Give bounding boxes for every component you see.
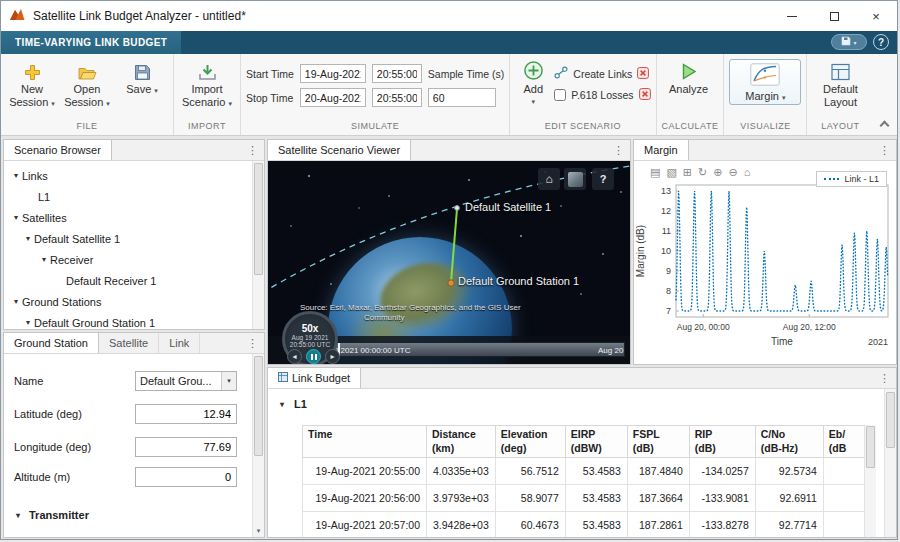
export-icon[interactable]: ▤ [650,166,660,179]
p618-losses-checkbox[interactable] [554,89,566,101]
scrollbar-thumb[interactable] [254,163,263,275]
tab-scenario-browser[interactable]: Scenario Browser [4,140,112,160]
save-button[interactable]: Save ▾ [116,57,168,96]
name-dropdown[interactable]: Default Grou... ▾ [135,371,237,391]
chevron-down-icon: ▾ [228,100,232,107]
scrollbar-thumb[interactable] [866,426,875,468]
zoom-in-icon[interactable]: ⊕ [713,166,722,179]
column-header-eirp[interactable]: EIRP(dBW) [565,426,627,458]
maximize-button[interactable] [813,1,855,31]
tree-item-default-receiver-1[interactable]: Default Receiver 1 [4,270,264,291]
tree-item-satellites[interactable]: ▾Satellites [4,207,264,228]
longitude-field[interactable] [135,437,237,457]
new-session-button[interactable]: New Session ▾ [6,57,58,108]
transmitter-section-header[interactable]: ▾ Transmitter [12,509,89,521]
tree-item-receiver[interactable]: ▾Receiver [4,249,264,270]
tree-item-l1[interactable]: L1 [4,186,264,207]
calculate-section-label: CALCULATE [662,121,719,135]
rotate-icon[interactable]: ↻ [698,166,707,179]
table-row[interactable]: 19-Aug-2021 20:57:003.9428e+0360.467353.… [303,512,866,537]
step-forward-button[interactable]: ▸ [325,349,340,364]
minimize-button[interactable] [771,1,813,31]
column-header-ebno[interactable]: Eb/(dB [823,426,865,458]
toolstrip-collapse-button[interactable] [880,121,890,131]
tab-margin[interactable]: Margin [634,140,689,160]
expander-icon[interactable]: ▾ [38,255,50,264]
ribbon-tab-time-varying-link-budget[interactable]: TIME-VARYING LINK BUDGET [1,31,181,54]
tree-item-ground-stations[interactable]: ▾Ground Stations [4,291,264,312]
stop-time-input[interactable] [372,88,422,107]
start-date-input[interactable] [300,64,366,83]
viewer-help-button[interactable]: ? [592,168,614,190]
open-session-button[interactable]: Open Session ▾ [61,57,113,108]
expander-icon[interactable]: ▾ [12,511,24,520]
margin-chart[interactable]: 78910111213Aug 20, 00:00Aug 20, 12:00Tim… [634,161,896,364]
analyze-button[interactable]: Analyze [662,57,716,96]
help-button[interactable]: ? [873,34,889,50]
panel-menu-icon[interactable]: ⋮ [244,333,261,353]
quick-save-button[interactable]: ▾ [831,34,867,50]
workspace: Scenario Browser ⋮ ▾Links L1 ▾Satellites… [1,136,897,541]
column-header-cno[interactable]: C/No(dB-Hz) [755,426,823,458]
column-header-time[interactable]: Time [303,426,427,458]
altitude-field[interactable] [135,467,237,487]
tab-ground-station[interactable]: Ground Station [4,333,99,353]
tree-item-links[interactable]: ▾Links [4,165,264,186]
properties-scrollbar[interactable]: ▾ [252,354,264,537]
tree-item-default-satellite-1[interactable]: ▾Default Satellite 1 [4,228,264,249]
add-button[interactable]: Add ▾ [515,57,551,106]
panel-menu-icon[interactable]: ⋮ [876,368,893,388]
column-header-distance[interactable]: Distance(km) [427,426,496,458]
scroll-down-arrow-icon[interactable]: ▾ [253,525,264,537]
chart-legend[interactable]: Link - L1 [816,171,887,187]
table-row[interactable]: 19-Aug-2021 20:56:003.9793e+0358.907753.… [303,485,866,512]
timeline-slider[interactable]: Aug 20 2021 00:00:00 UTC Aug 20 12:00:00… [334,342,625,357]
panel-menu-icon[interactable]: ⋮ [244,140,261,160]
column-header-rip[interactable]: RIP(dB) [689,426,755,458]
tab-satellite-scenario-viewer[interactable]: Satellite Scenario Viewer [268,140,411,160]
pause-button[interactable] [306,349,321,364]
scrollbar-thumb[interactable] [886,392,895,448]
table-row[interactable]: 19-Aug-2021 20:55:004.0335e+0356.751253.… [303,458,866,485]
scrollbar-thumb[interactable] [254,356,263,456]
column-header-elevation[interactable]: Elevation(deg) [495,426,565,458]
tab-link[interactable]: Link [159,333,200,353]
step-back-button[interactable]: ◂ [287,349,302,364]
sample-time-input[interactable] [428,88,496,107]
expander-icon[interactable]: ▾ [10,171,22,180]
restore-view-icon[interactable]: ⌂ [744,166,751,179]
expander-icon[interactable]: ▾ [22,234,34,243]
stop-date-input[interactable] [300,88,366,107]
svg-text:Time: Time [771,336,793,347]
expander-icon[interactable]: ▾ [22,318,34,327]
expander-icon[interactable]: ▾ [276,400,288,409]
brush-icon[interactable]: ▧ [666,166,676,179]
table-scrollbar[interactable] [864,425,876,537]
zoom-out-icon[interactable]: ⊖ [728,166,737,179]
p618-remove-button[interactable] [639,88,651,102]
expander-icon[interactable]: ▾ [10,297,22,306]
link-group-header[interactable]: ▾ L1 [276,398,307,410]
create-links-button[interactable]: Create Links [554,66,650,81]
datatips-icon[interactable]: ⊞ [683,166,692,179]
latitude-field[interactable] [135,404,237,424]
expander-icon[interactable]: ▾ [10,213,22,222]
delete-links-button[interactable] [637,67,649,81]
viewer-3d-canvas[interactable]: Default Satellite 1 Default Ground Stati… [268,161,630,364]
margin-plot-button[interactable]: Margin ▾ [729,59,801,105]
column-header-fspl[interactable]: FSPL(dB) [627,426,689,458]
tree-scrollbar[interactable] [252,161,264,329]
import-scenario-button[interactable]: Import Scenario ▾ [179,57,235,108]
start-time-input[interactable] [372,64,422,83]
basemap-button[interactable] [564,168,586,190]
panel-menu-icon[interactable]: ⋮ [610,140,627,160]
tab-satellite[interactable]: Satellite [99,333,159,353]
home-view-button[interactable]: ⌂ [538,168,560,190]
file-section: New Session ▾ Open Session ▾ Save ▾ FILE [1,54,173,135]
default-layout-button[interactable]: Default Layout [812,57,868,108]
panel-scrollbar[interactable] [884,389,896,537]
tree-item-default-ground-station-1[interactable]: ▾Default Ground Station 1 [4,312,264,329]
tab-link-budget[interactable]: Link Budget [268,368,361,388]
close-button[interactable]: × [855,1,897,31]
panel-menu-icon[interactable]: ⋮ [876,140,893,160]
